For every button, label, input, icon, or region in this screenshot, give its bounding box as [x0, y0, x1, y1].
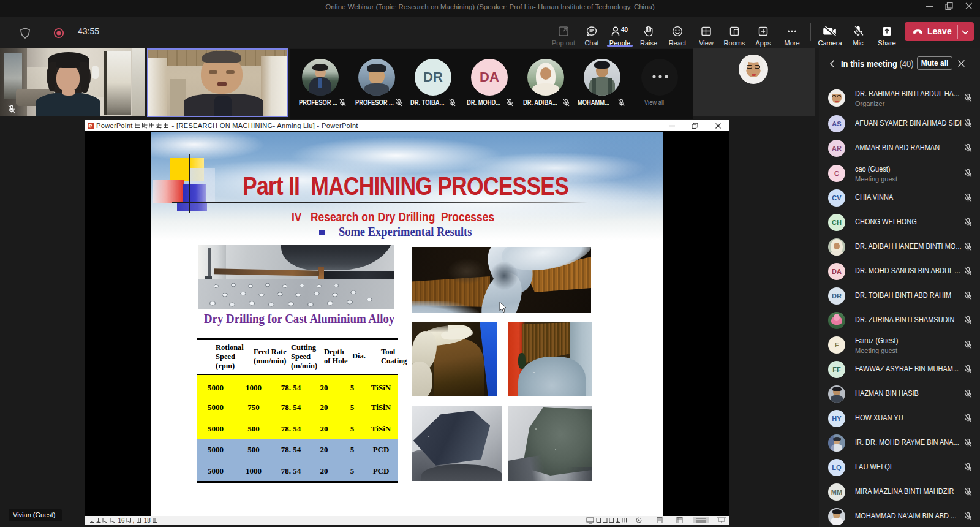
svg-text:40: 40 [621, 26, 628, 33]
svg-text:P: P [89, 123, 92, 129]
